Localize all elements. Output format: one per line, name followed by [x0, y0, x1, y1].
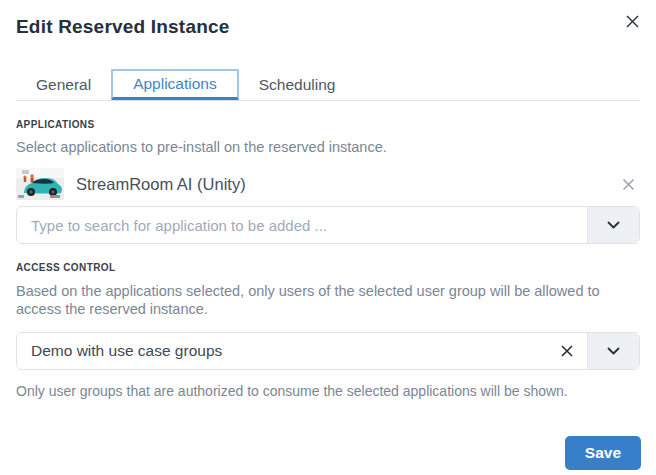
close-button[interactable] [621, 10, 644, 33]
user-group-selected-value[interactable]: Demo with use case groups [17, 333, 547, 369]
applications-section: APPLICATIONS Select applications to pre-… [16, 119, 640, 244]
edit-reserved-instance-dialog: Edit Reserved Instance General Applicati… [0, 0, 656, 475]
tab-bar: General Applications Scheduling [16, 69, 640, 101]
application-dropdown-button[interactable] [587, 207, 639, 243]
user-group-helper-text: Only user groups that are authorized to … [16, 383, 640, 399]
save-button[interactable]: Save [565, 436, 641, 470]
application-search-combobox [16, 206, 640, 244]
user-group-select: Demo with use case groups [16, 332, 640, 370]
dialog-title: Edit Reserved Instance [16, 16, 229, 38]
tab-applications[interactable]: Applications [111, 69, 239, 100]
remove-icon [621, 180, 636, 195]
tab-scheduling[interactable]: Scheduling [239, 69, 356, 100]
applications-section-description: Select applications to pre-install on th… [16, 138, 636, 156]
chevron-down-icon [607, 221, 620, 229]
application-name: StreamRoom AI (Unity) [76, 175, 617, 194]
applications-section-label: APPLICATIONS [16, 119, 640, 130]
dialog-header: Edit Reserved Instance [16, 0, 640, 38]
clear-user-group-button[interactable] [547, 333, 587, 369]
access-control-section: ACCESS CONTROL Based on the applications… [16, 262, 640, 399]
chevron-down-icon [607, 347, 620, 355]
selected-application-row: StreamRoom AI (Unity) [16, 167, 640, 201]
access-control-section-label: ACCESS CONTROL [16, 262, 640, 273]
remove-application-button[interactable] [617, 173, 640, 196]
user-group-dropdown-button[interactable] [587, 333, 639, 369]
close-icon [625, 17, 640, 32]
clear-icon [559, 343, 575, 359]
access-control-description: Based on the applications selected, only… [16, 282, 636, 318]
application-thumbnail [16, 168, 64, 200]
application-search-input[interactable] [17, 207, 587, 243]
tab-general[interactable]: General [16, 69, 111, 100]
